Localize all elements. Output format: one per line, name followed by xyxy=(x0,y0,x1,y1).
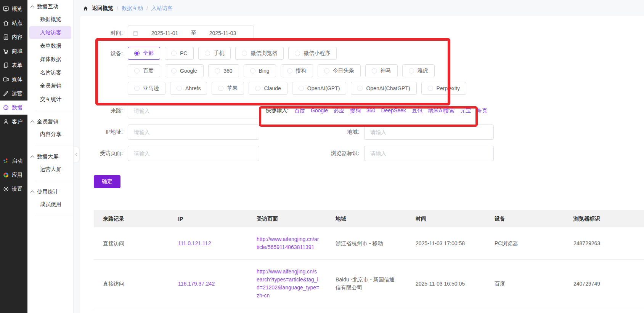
radio-icon xyxy=(299,86,304,91)
device-option-百度[interactable]: 百度 xyxy=(128,64,160,77)
sidebar-item-启动[interactable]: 启动 xyxy=(0,154,27,168)
sidebar-item-内容[interactable]: 内容 xyxy=(0,30,27,44)
browser-id-label: 浏览器标识: xyxy=(291,150,359,157)
quick-link-Google[interactable]: Google xyxy=(311,107,328,114)
home-icon[interactable] xyxy=(83,6,88,11)
submenu-item-全员营销[interactable]: 全员营销 xyxy=(29,80,71,92)
sidebar-item-概览[interactable]: 概览 xyxy=(0,2,27,16)
device-option-亚马逊[interactable]: 亚马逊 xyxy=(128,82,165,95)
cell-referrer: 直接访问 xyxy=(94,260,169,308)
submenu-item-表单数据[interactable]: 表单数据 xyxy=(29,40,71,52)
device-option-360[interactable]: 360 xyxy=(208,64,239,77)
quick-link-搜狗[interactable]: 搜狗 xyxy=(350,107,361,114)
cell-ip[interactable]: 111.0.121.112 xyxy=(169,227,247,260)
submenu-item-媒体数据[interactable]: 媒体数据 xyxy=(29,53,71,65)
sidebar-item-媒体[interactable]: 媒体 xyxy=(0,72,27,86)
breadcrumb-link-inbound-visitors[interactable]: 入站访客 xyxy=(151,5,173,12)
time-row: 时间: 2025-11-01 至 2025-11-03 xyxy=(94,26,644,41)
sidebar-item-label: 运营 xyxy=(12,90,22,97)
device-option-今日头条[interactable]: 今日头条 xyxy=(318,64,361,77)
device-option-Ahrefs[interactable]: Ahrefs xyxy=(170,82,207,95)
quick-link-百度[interactable]: 百度 xyxy=(294,107,305,114)
breadcrumb-home[interactable]: 返回概览 xyxy=(92,5,113,12)
device-option-Perplexity[interactable]: Perplexity xyxy=(421,82,466,95)
sidebar-collapse-handle[interactable] xyxy=(74,147,79,162)
quick-link-夸克[interactable]: 夸克 xyxy=(477,107,487,114)
quick-link-纳米AI搜索[interactable]: 纳米AI搜索 xyxy=(428,107,454,114)
data-icon xyxy=(3,104,9,111)
submenu-divider xyxy=(35,111,73,111)
sidebar-item-应用[interactable]: 应用 xyxy=(0,168,27,182)
submenu-divider xyxy=(35,181,73,181)
device-option-微信小程序[interactable]: 微信小程序 xyxy=(288,47,337,60)
sidebar-item-站点[interactable]: 站点 xyxy=(0,16,27,30)
submenu-item-数据概览[interactable]: 数据概览 xyxy=(29,13,71,26)
sidebar-item-label: 数据 xyxy=(12,104,22,111)
submenu-item-名片访客[interactable]: 名片访客 xyxy=(29,66,71,79)
submenu-group-使用统计[interactable]: 使用统计 xyxy=(27,187,73,197)
quick-link-DeepSeek[interactable]: DeepSeek xyxy=(381,107,406,114)
device-option-雅虎[interactable]: 雅虎 xyxy=(402,64,435,77)
quick-link-元宝[interactable]: 元宝 xyxy=(460,107,471,114)
sidebar-item-数据[interactable]: 数据 xyxy=(0,101,27,115)
device-option-微信浏览器[interactable]: 微信浏览器 xyxy=(235,47,284,60)
device-option-全部[interactable]: 全部 xyxy=(128,47,160,60)
cell-ip[interactable]: 116.179.37.242 xyxy=(169,260,247,308)
radio-icon xyxy=(134,68,140,73)
cell-device: 百度 xyxy=(485,260,564,308)
radio-icon xyxy=(215,68,220,73)
browser-id-input[interactable] xyxy=(364,146,494,161)
radio-icon xyxy=(218,86,223,91)
submenu-item-入站访客[interactable]: 入站访客 xyxy=(29,26,71,39)
sidebar-item-设置[interactable]: 设置 xyxy=(0,182,27,196)
cell-page[interactable]: http://www.aifengjing.cn/article/5659114… xyxy=(247,227,326,260)
region-input[interactable] xyxy=(364,125,494,140)
device-option-OpenAI(GPT)[interactable]: OpenAI(GPT) xyxy=(292,82,347,95)
sidebar-item-label: 商城 xyxy=(12,48,22,55)
date-end-value[interactable]: 2025-11-03 xyxy=(196,30,249,36)
device-option-神马[interactable]: 神马 xyxy=(365,64,398,77)
sidebar-item-运营[interactable]: 运营 xyxy=(0,86,27,101)
referrer-input[interactable] xyxy=(128,103,259,118)
sidebar-item-label: 设置 xyxy=(12,186,22,193)
submenu-item-成员使用[interactable]: 成员使用 xyxy=(29,198,71,211)
quick-link-必应[interactable]: 必应 xyxy=(334,107,344,114)
settings-icon xyxy=(3,186,9,192)
device-option-苹果[interactable]: 苹果 xyxy=(212,82,244,95)
sidebar-item-表单[interactable]: 表单 xyxy=(0,58,27,72)
cell-page[interactable]: http://www.aifengjing.cn/search?types=ar… xyxy=(247,260,326,308)
submenu-item-运营大屏[interactable]: 运营大屏 xyxy=(29,163,71,176)
launch-icon xyxy=(3,158,9,164)
submenu-item-内容分享[interactable]: 内容分享 xyxy=(29,128,71,141)
device-option-OpenAI(ChatGPT)[interactable]: OpenAI(ChatGPT) xyxy=(351,82,416,95)
submenu-group-数据互动[interactable]: 数据互动 xyxy=(27,2,73,12)
device-option-手机[interactable]: 手机 xyxy=(198,47,231,60)
device-option-label: 搜狗 xyxy=(296,67,307,74)
breadcrumb-link-data-interaction[interactable]: 数据互动 xyxy=(122,5,143,12)
device-option-Google[interactable]: Google xyxy=(165,64,204,77)
submenu-item-交互统计[interactable]: 交互统计 xyxy=(29,93,71,105)
device-option-搜狗[interactable]: 搜狗 xyxy=(281,64,313,77)
visited-page-input[interactable] xyxy=(128,146,259,161)
confirm-button[interactable]: 确定 xyxy=(94,175,120,188)
quick-link-360[interactable]: 360 xyxy=(366,107,375,114)
date-start-value[interactable]: 2025-11-01 xyxy=(138,30,191,36)
quick-link-豆包[interactable]: 豆包 xyxy=(412,107,422,114)
device-option-Claude[interactable]: Claude xyxy=(249,82,287,95)
filter-card: 时间: 2025-11-01 至 2025-11-03 设备: 全部PC手机微信… xyxy=(80,16,644,313)
sidebar-item-商城[interactable]: 商城 xyxy=(0,44,27,58)
device-option-PC[interactable]: PC xyxy=(165,47,194,60)
chevron-up-icon xyxy=(31,155,34,159)
device-option-label: 今日头条 xyxy=(333,67,354,74)
chevron-left-icon xyxy=(75,153,78,156)
device-option-Bing[interactable]: Bing xyxy=(244,64,276,77)
device-options: 全部PC手机微信浏览器微信小程序百度Google360Bing搜狗今日头条神马雅… xyxy=(128,47,466,95)
chevron-up-icon xyxy=(31,5,34,9)
submenu-group-全员营销[interactable]: 全员营销 xyxy=(27,117,73,127)
ip-input[interactable] xyxy=(128,125,259,140)
submenu-group-数据大屏[interactable]: 数据大屏 xyxy=(27,152,73,162)
device-option-label: 苹果 xyxy=(227,85,238,92)
date-range-picker[interactable]: 2025-11-01 至 2025-11-03 xyxy=(128,26,254,41)
operation-icon xyxy=(3,90,9,97)
sidebar-item-客户[interactable]: 客户 xyxy=(0,115,27,129)
